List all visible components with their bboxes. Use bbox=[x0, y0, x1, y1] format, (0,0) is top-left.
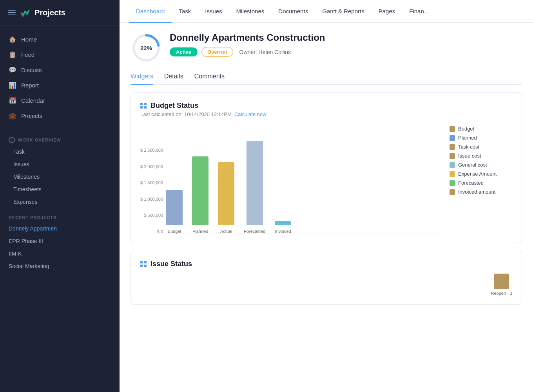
legend-issue-cost: Issue cost bbox=[450, 153, 512, 159]
sidebar: Projects 🏠 Home 📋 Feed 💬 Discuss 📊 Repor… bbox=[0, 0, 120, 392]
recent-project-social[interactable]: Social Marketing bbox=[0, 260, 120, 272]
discuss-icon: 💬 bbox=[9, 66, 16, 74]
recent-projects-section: RECENT PROJECTS bbox=[0, 208, 120, 222]
reopen-bar: Reopen - 3 bbox=[491, 274, 512, 296]
hamburger-icon[interactable] bbox=[8, 10, 16, 15]
budget-subtitle: Last calculated on: 10/14/2020 12:14PM C… bbox=[140, 111, 512, 117]
budget-card-header: Budget Status bbox=[140, 102, 512, 110]
issue-status-card: Issue Status Reopen - 3 bbox=[131, 251, 522, 305]
y-label-25m: $ 2,500,000 bbox=[140, 148, 163, 152]
y-label-2m: $ 2,000,000 bbox=[140, 164, 163, 169]
nav-dashboard[interactable]: Dashboard bbox=[129, 0, 172, 23]
bar-label-forecasted: Forecasted bbox=[244, 229, 265, 234]
tab-details[interactable]: Details bbox=[164, 73, 183, 85]
sidebar-item-discuss[interactable]: 💬 Discuss bbox=[0, 62, 120, 78]
chart-container: $ 0 $ 500,000 $ 1,000,000 $ 1,500,000 $ … bbox=[140, 124, 512, 234]
y-label-500k: $ 500,000 bbox=[140, 213, 163, 218]
calculate-now-link[interactable]: Calculate now bbox=[234, 111, 266, 117]
budget-status-card: Budget Status Last calculated on: 10/14/… bbox=[131, 93, 522, 243]
nav-pages[interactable]: Pages bbox=[372, 0, 402, 23]
sidebar-item-task[interactable]: Task bbox=[0, 145, 120, 158]
projects-icon: 💼 bbox=[9, 112, 16, 120]
y-label-0: $ 0 bbox=[140, 229, 163, 234]
recent-project-iimk[interactable]: IIM-K bbox=[0, 247, 120, 260]
recent-project-epr[interactable]: EPR Phase III bbox=[0, 235, 120, 247]
legend-swatch-budget bbox=[450, 126, 455, 132]
project-header: 22% Donnelly Apartments Construction Act… bbox=[131, 32, 522, 64]
badge-overrun: Overrun bbox=[201, 47, 233, 57]
y-label-15m: $ 1,500,000 bbox=[140, 180, 163, 185]
legend-general-cost: General cost bbox=[450, 162, 512, 168]
sidebar-item-projects[interactable]: 💼 Projects bbox=[0, 108, 120, 123]
main-content: Dashboard Task Issues Milestones Documen… bbox=[120, 0, 533, 392]
work-overview-section: ↑ WORK OVERVIEW bbox=[0, 130, 120, 145]
sidebar-item-label: Report bbox=[21, 82, 39, 89]
budget-card-title: Budget Status bbox=[150, 102, 198, 110]
sidebar-item-calendar[interactable]: 📅 Calendar bbox=[0, 93, 120, 108]
recent-project-donnely[interactable]: Donnely Appartmen bbox=[0, 222, 120, 235]
logo-icon bbox=[20, 7, 31, 18]
owner-text: Owner: Helen Collins bbox=[239, 49, 291, 55]
sidebar-item-label: Feed bbox=[21, 51, 34, 58]
tab-widgets[interactable]: Widgets bbox=[131, 73, 153, 85]
nav-gantt-reports[interactable]: Gantt & Reports bbox=[315, 0, 372, 23]
legend-swatch-forecasted bbox=[450, 180, 455, 186]
sidebar-item-timesheets[interactable]: Timesheets bbox=[0, 183, 120, 196]
badge-active: Active bbox=[170, 47, 198, 56]
project-title: Donnelly Apartments Construction bbox=[170, 32, 522, 43]
nav-milestones[interactable]: Milestones bbox=[229, 0, 272, 23]
legend-planned: Planned bbox=[450, 135, 512, 141]
bar-actual: Actual bbox=[218, 162, 234, 234]
chart-legend: Budget Planned Task cost Issue cost bbox=[450, 124, 512, 195]
sidebar-item-label: Projects bbox=[21, 113, 42, 119]
nav-task[interactable]: Task bbox=[172, 0, 198, 23]
issue-card-title: Issue Status bbox=[150, 260, 192, 268]
sidebar-item-report[interactable]: 📊 Report bbox=[0, 78, 120, 93]
bar-label-actual: Actual bbox=[220, 229, 232, 234]
bar-forecasted: Forecasted bbox=[244, 141, 265, 234]
chart-area: $ 0 $ 500,000 $ 1,000,000 $ 1,500,000 $ … bbox=[140, 124, 438, 234]
sidebar-header: Projects bbox=[0, 0, 120, 25]
nav-issues[interactable]: Issues bbox=[198, 0, 229, 23]
sidebar-item-milestones[interactable]: Milestones bbox=[0, 171, 120, 183]
legend-expense-amount: Expense Amount bbox=[450, 171, 512, 177]
sidebar-item-label: Home bbox=[21, 36, 37, 43]
project-info: Donnelly Apartments Construction Active … bbox=[170, 32, 522, 57]
sidebar-item-expenses[interactable]: Expenses bbox=[0, 196, 120, 208]
report-icon: 📊 bbox=[9, 82, 16, 89]
bar-planned: Planned bbox=[192, 156, 208, 234]
legend-swatch-issue-cost bbox=[450, 153, 455, 159]
nav-finan[interactable]: Finan... bbox=[402, 0, 436, 23]
content-area: 22% Donnelly Apartments Construction Act… bbox=[120, 23, 533, 392]
tab-comments[interactable]: Comments bbox=[194, 73, 225, 85]
legend-swatch-invoiced-amount bbox=[450, 189, 455, 195]
nav-documents[interactable]: Documents bbox=[271, 0, 315, 23]
sidebar-item-issues[interactable]: Issues bbox=[0, 158, 120, 171]
bar-label-planned: Planned bbox=[192, 229, 208, 234]
bar-budget: Budget bbox=[166, 190, 183, 234]
sidebar-navigation: 🏠 Home 📋 Feed 💬 Discuss 📊 Report 📅 Calen… bbox=[0, 25, 120, 130]
legend-swatch-general-cost bbox=[450, 162, 455, 168]
legend-budget: Budget bbox=[450, 126, 512, 132]
calendar-icon: 📅 bbox=[9, 97, 16, 104]
issue-card-header: Issue Status bbox=[140, 260, 512, 268]
progress-ring: 22% bbox=[131, 32, 162, 64]
sidebar-item-label: Discuss bbox=[21, 67, 42, 73]
project-badges: Active Overrun Owner: Helen Collins bbox=[170, 47, 522, 57]
section-tabs: Widgets Details Comments bbox=[131, 73, 522, 85]
sidebar-item-home[interactable]: 🏠 Home bbox=[0, 32, 120, 47]
legend-swatch-expense-amount bbox=[450, 171, 455, 177]
sidebar-item-feed[interactable]: 📋 Feed bbox=[0, 47, 120, 62]
legend-task-cost: Task cost bbox=[450, 144, 512, 150]
sidebar-title: Projects bbox=[34, 8, 65, 17]
home-icon: 🏠 bbox=[9, 36, 16, 43]
budget-grid-icon bbox=[140, 103, 147, 109]
progress-percent: 22% bbox=[140, 45, 152, 51]
sidebar-item-label: Calendar bbox=[21, 97, 45, 104]
bar-label-budget: Budget bbox=[168, 229, 181, 234]
legend-swatch-task-cost bbox=[450, 144, 455, 150]
top-navigation: Dashboard Task Issues Milestones Documen… bbox=[120, 0, 533, 23]
legend-forecasted: Forecasted bbox=[450, 180, 512, 186]
legend-invoiced-amount: Invoiced amount bbox=[450, 189, 512, 195]
legend-swatch-planned bbox=[450, 135, 455, 141]
